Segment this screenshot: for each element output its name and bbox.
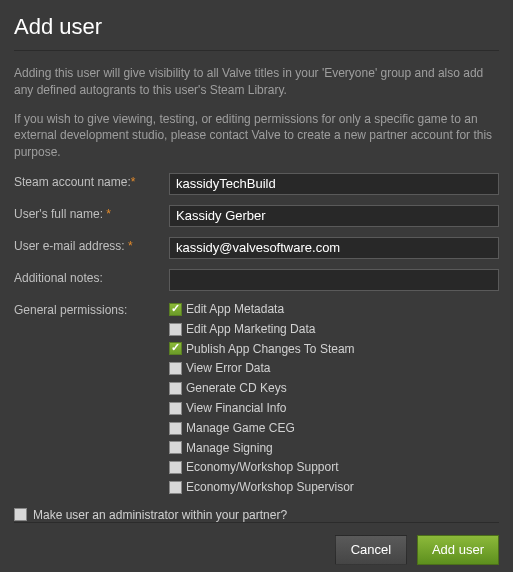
permission-checkbox[interactable] <box>169 323 182 336</box>
permission-checkbox[interactable] <box>169 422 182 435</box>
permission-row: Manage Game CEG <box>169 420 499 437</box>
permission-checkbox[interactable] <box>169 382 182 395</box>
dialog-footer: Cancel Add user <box>14 522 499 565</box>
admin-row: Make user an administrator within your p… <box>14 508 499 522</box>
email-input[interactable] <box>169 237 499 259</box>
label-email-text: User e-mail address: <box>14 239 128 253</box>
permission-label: View Financial Info <box>186 400 287 417</box>
permission-row: Manage Signing <box>169 440 499 457</box>
permission-checkbox[interactable] <box>169 481 182 494</box>
intro-text-2: If you wish to give viewing, testing, or… <box>14 111 499 161</box>
permission-label: Manage Game CEG <box>186 420 295 437</box>
permission-label: Economy/Workshop Support <box>186 459 339 476</box>
permission-checkbox[interactable] <box>169 303 182 316</box>
required-mark: * <box>131 175 136 189</box>
label-email: User e-mail address: * <box>14 237 169 253</box>
add-user-button[interactable]: Add user <box>417 535 499 565</box>
dialog-title: Add user <box>14 14 499 51</box>
label-fullname-text: User's full name: <box>14 207 106 221</box>
permission-checkbox[interactable] <box>169 402 182 415</box>
permission-checkbox[interactable] <box>169 461 182 474</box>
label-notes: Additional notes: <box>14 269 169 285</box>
permission-row: Edit App Marketing Data <box>169 321 499 338</box>
permission-label: Manage Signing <box>186 440 273 457</box>
label-account-text: Steam account name: <box>14 175 131 189</box>
permission-row: Economy/Workshop Support <box>169 459 499 476</box>
form: Steam account name:* User's full name: *… <box>14 173 499 522</box>
permission-row: Edit App Metadata <box>169 301 499 318</box>
label-permissions: General permissions: <box>14 301 169 317</box>
permission-row: Publish App Changes To Steam <box>169 341 499 358</box>
intro-text-1: Adding this user will give visibility to… <box>14 65 499 99</box>
permission-label: Economy/Workshop Supervisor <box>186 479 354 496</box>
permission-label: Edit App Metadata <box>186 301 284 318</box>
permission-checkbox[interactable] <box>169 342 182 355</box>
notes-input[interactable] <box>169 269 499 291</box>
permission-label: Edit App Marketing Data <box>186 321 315 338</box>
permission-label: Publish App Changes To Steam <box>186 341 355 358</box>
permission-row: View Error Data <box>169 360 499 377</box>
permission-row: Generate CD Keys <box>169 380 499 397</box>
permission-row: View Financial Info <box>169 400 499 417</box>
permission-checkbox[interactable] <box>169 441 182 454</box>
label-account: Steam account name:* <box>14 173 169 189</box>
add-user-dialog: Add user Adding this user will give visi… <box>0 0 513 572</box>
permission-label: View Error Data <box>186 360 270 377</box>
admin-checkbox[interactable] <box>14 508 27 521</box>
required-mark: * <box>106 207 111 221</box>
cancel-button[interactable]: Cancel <box>335 535 407 565</box>
permissions-list: Edit App MetadataEdit App Marketing Data… <box>169 301 499 496</box>
required-mark: * <box>128 239 133 253</box>
admin-label: Make user an administrator within your p… <box>33 508 287 522</box>
full-name-input[interactable] <box>169 205 499 227</box>
steam-account-input[interactable] <box>169 173 499 195</box>
permission-checkbox[interactable] <box>169 362 182 375</box>
permission-row: Economy/Workshop Supervisor <box>169 479 499 496</box>
label-fullname: User's full name: * <box>14 205 169 221</box>
permission-label: Generate CD Keys <box>186 380 287 397</box>
